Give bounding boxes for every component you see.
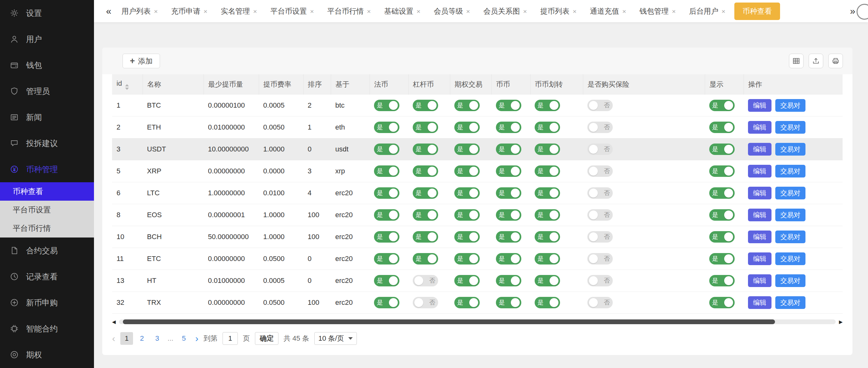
legal-toggle[interactable]: 是 [374, 100, 399, 111]
show-toggle[interactable]: 是 [709, 297, 735, 308]
insurance-toggle[interactable]: 否 [587, 253, 613, 265]
show-toggle[interactable]: 是 [709, 144, 735, 155]
show-toggle[interactable]: 是 [709, 165, 735, 177]
lever-toggle[interactable]: 是 [413, 231, 438, 243]
coin-toggle[interactable]: 是 [496, 122, 521, 133]
lever-toggle[interactable]: 是 [413, 253, 438, 265]
trade-pair-button[interactable]: 交易对 [775, 121, 805, 134]
edit-button[interactable]: 编辑 [748, 296, 772, 309]
sidebar-item[interactable]: 钱包 [0, 52, 94, 78]
tab-item[interactable]: 钱包管理× [635, 3, 680, 19]
transfer-toggle[interactable]: 是 [535, 187, 560, 199]
trade-pair-button[interactable]: 交易对 [775, 231, 805, 243]
coin-toggle[interactable]: 是 [496, 297, 521, 308]
insurance-toggle[interactable]: 否 [587, 187, 613, 199]
trade-pair-button[interactable]: 交易对 [775, 165, 805, 178]
legal-toggle[interactable]: 是 [374, 275, 399, 286]
sidebar-item[interactable]: 投拆建议 [0, 130, 94, 156]
tabs-scroll-left-icon[interactable]: « [102, 6, 116, 17]
legal-toggle[interactable]: 是 [374, 297, 399, 308]
lever-toggle[interactable]: 是 [413, 144, 438, 155]
transfer-toggle[interactable]: 是 [535, 122, 560, 133]
tab-item[interactable]: 提币列表× [536, 3, 581, 19]
legal-toggle[interactable]: 是 [374, 144, 399, 155]
sidebar-item[interactable]: 设置 [0, 0, 94, 26]
page-number-active[interactable]: 1 [120, 332, 133, 345]
transfer-toggle[interactable]: 是 [535, 231, 560, 243]
legal-toggle[interactable]: 是 [374, 253, 399, 265]
edit-button[interactable]: 编辑 [748, 99, 772, 112]
trade-pair-button[interactable]: 交易对 [775, 209, 805, 221]
tab-close-icon[interactable]: × [573, 8, 577, 14]
trade-pair-button[interactable]: 交易对 [775, 99, 805, 112]
insurance-toggle[interactable]: 否 [587, 100, 613, 111]
coin-toggle[interactable]: 是 [496, 100, 521, 111]
coin-toggle[interactable]: 是 [496, 253, 521, 265]
transfer-toggle[interactable]: 是 [535, 100, 560, 111]
tab-close-icon[interactable]: × [622, 8, 626, 14]
insurance-toggle[interactable]: 否 [587, 209, 613, 221]
edit-button[interactable]: 编辑 [748, 165, 772, 178]
scrollbar-thumb[interactable] [123, 319, 775, 324]
sidebar-item[interactable]: 币种管理 [0, 156, 94, 182]
lever-toggle[interactable]: 是 [413, 187, 438, 199]
show-toggle[interactable]: 是 [709, 187, 735, 199]
edit-button[interactable]: 编辑 [748, 209, 772, 221]
tab-item[interactable]: 会员等级× [429, 3, 474, 19]
sidebar-item[interactable]: 期权 [0, 342, 94, 368]
edit-button[interactable]: 编辑 [748, 252, 772, 265]
tab-item[interactable]: 实名管理× [216, 3, 261, 19]
show-toggle[interactable]: 是 [709, 122, 735, 133]
tab-item[interactable]: 用户列表× [117, 3, 162, 19]
option-toggle[interactable]: 是 [454, 165, 480, 177]
tab-item[interactable]: 平台币设置× [266, 3, 318, 19]
tab-close-icon[interactable]: × [310, 8, 314, 14]
print-button[interactable] [828, 54, 843, 68]
option-toggle[interactable]: 是 [454, 122, 480, 133]
tab-close-icon[interactable]: × [416, 8, 420, 14]
show-toggle[interactable]: 是 [709, 253, 735, 265]
next-page-button[interactable]: › [195, 334, 198, 343]
tab-close-icon[interactable]: × [204, 8, 207, 14]
sidebar-item[interactable]: 用户 [0, 26, 94, 52]
tab-close-icon[interactable]: × [367, 8, 371, 14]
page-number-button[interactable]: 2 [135, 332, 148, 345]
tab-close-icon[interactable]: × [722, 8, 725, 14]
show-toggle[interactable]: 是 [709, 231, 735, 243]
add-button[interactable]: + 添加 [123, 54, 160, 68]
export-button[interactable] [809, 54, 823, 68]
tab-item[interactable]: 充币申请× [167, 3, 212, 19]
insurance-toggle[interactable]: 否 [587, 231, 613, 243]
edit-button[interactable]: 编辑 [748, 121, 772, 134]
show-toggle[interactable]: 是 [709, 100, 735, 111]
column-header-id[interactable]: id [112, 74, 143, 95]
tab-item[interactable]: 会员关系图× [479, 3, 531, 19]
tab-close-icon[interactable]: × [672, 8, 676, 14]
lever-toggle[interactable]: 是 [413, 165, 438, 177]
legal-toggle[interactable]: 是 [374, 187, 399, 199]
transfer-toggle[interactable]: 是 [535, 297, 560, 308]
goto-page-input[interactable] [222, 332, 238, 345]
trade-pair-button[interactable]: 交易对 [775, 274, 805, 287]
trade-pair-button[interactable]: 交易对 [775, 252, 805, 265]
tab-item[interactable]: 通道充值× [585, 3, 630, 19]
scroll-right-icon[interactable]: ▶ [839, 319, 843, 324]
coin-toggle[interactable]: 是 [496, 165, 521, 177]
sidebar-item[interactable]: 智能合约 [0, 316, 94, 342]
coin-toggle[interactable]: 是 [496, 231, 521, 243]
sidebar-subitem[interactable]: 平台币行情 [0, 219, 94, 238]
lever-toggle[interactable]: 否 [413, 297, 438, 308]
avatar[interactable] [857, 4, 868, 20]
page-size-select[interactable]: 10 条/页 [314, 332, 357, 345]
scrollbar-track[interactable] [119, 319, 836, 324]
trade-pair-button[interactable]: 交易对 [775, 296, 805, 309]
legal-toggle[interactable]: 是 [374, 209, 399, 221]
option-toggle[interactable]: 是 [454, 297, 480, 308]
tab-item[interactable]: 后台用户× [685, 3, 730, 19]
transfer-toggle[interactable]: 是 [535, 209, 560, 221]
edit-button[interactable]: 编辑 [748, 231, 772, 243]
columns-button[interactable] [789, 54, 804, 68]
page-number-button[interactable]: 3 [151, 332, 163, 345]
insurance-toggle[interactable]: 否 [587, 144, 613, 155]
prev-page-button[interactable]: ‹ [112, 334, 115, 343]
